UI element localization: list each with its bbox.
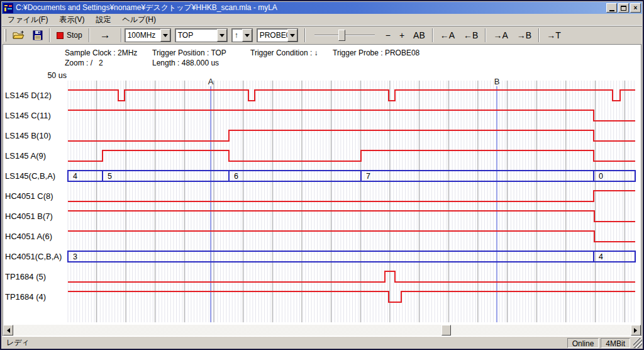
time-scale-label: 50 us <box>47 71 67 80</box>
scrollbar-thumb[interactable] <box>441 325 451 336</box>
arrow-left-icon <box>4 328 10 333</box>
bus-value: 7 <box>366 172 370 181</box>
channel-label: TP1684 (5) <box>5 272 46 281</box>
channel-label: LS145 D(12) <box>5 91 52 100</box>
trigger-condition-info: Trigger Condition : ↓ <box>250 48 318 57</box>
cursor-a-label: A <box>208 77 214 86</box>
app-window: C:¥Documents and Settings¥noname¥デスクトップ¥… <box>0 0 644 350</box>
trigger-probe-info: Trigger Probe : PROBE08 <box>333 48 419 57</box>
trigger-position-info: Trigger Position : TOP <box>152 48 226 57</box>
memory-status-badge: 4MBit <box>601 338 630 348</box>
channel-label: HC4051 C(8) <box>5 191 53 201</box>
online-status-badge: Online <box>567 338 599 348</box>
resize-grip[interactable] <box>633 338 642 348</box>
arrow-right-icon <box>634 328 640 333</box>
scroll-right-button[interactable] <box>631 325 641 336</box>
bus-value: 0 <box>599 172 603 181</box>
bus-value: 6 <box>234 172 238 181</box>
channel-label: LS145 A(9) <box>5 151 46 161</box>
bus-value: 3 <box>73 252 77 261</box>
channel-label: LS145 C(11) <box>5 111 51 120</box>
channel-label: TP1684 (4) <box>5 292 46 302</box>
status-message: レディ <box>2 337 567 348</box>
horizontal-scrollbar[interactable] <box>3 325 641 336</box>
channel-label: LS145 B(10) <box>5 131 51 140</box>
channel-label: HC4051 A(6) <box>5 232 52 241</box>
sample-clock-info: Sample Clock : 2MHz <box>65 48 137 57</box>
status-bar: レディ Online 4MBit <box>2 336 642 349</box>
channel-label: LS145(C,B,A) <box>5 171 55 181</box>
channel-label: HC4051 B(7) <box>5 212 53 221</box>
scroll-left-button[interactable] <box>3 325 13 336</box>
bus-value: 5 <box>108 172 112 181</box>
channel-label: HC4051(C,B,A) <box>5 252 62 261</box>
bus-value: 4 <box>73 172 77 181</box>
zoom-info: Zoom : / 2 <box>65 59 103 67</box>
length-info: Length : 488.000 us <box>152 59 219 67</box>
cursor-b-label: B <box>494 77 500 86</box>
bus-value: 4 <box>599 252 603 261</box>
